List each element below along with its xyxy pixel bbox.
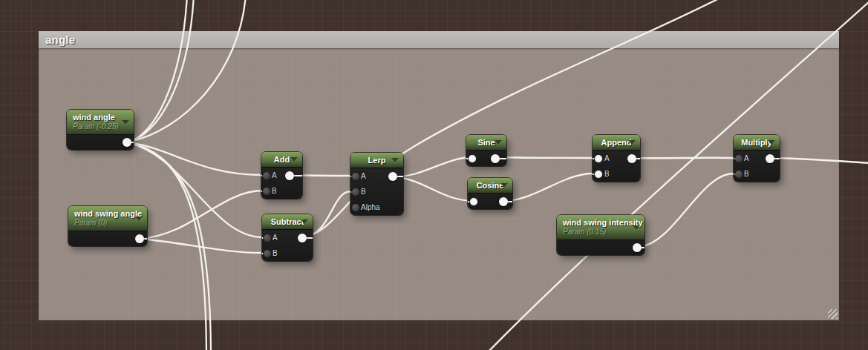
node-title: wind angle [73,113,115,122]
input-pin-b[interactable] [595,171,602,178]
chevron-down-icon[interactable] [768,140,775,145]
input-pin-b[interactable] [352,188,359,196]
output-pin[interactable] [491,154,500,163]
input-pin-b[interactable] [735,171,743,178]
node-wind-swing-intensity[interactable]: wind swing intensity Param (0.15) [557,215,645,255]
node-title: Lerp [368,156,386,165]
node-title: Sine [477,138,495,148]
node-title: Subtract [271,217,304,227]
comment-resize-handle[interactable] [828,309,838,319]
input-pin[interactable] [470,198,477,205]
input-pin-a[interactable] [352,173,359,180]
node-title: Add [274,155,290,165]
pin-row-a: A [593,151,640,166]
input-pin[interactable] [469,155,476,162]
input-pin-a[interactable] [735,155,743,162]
output-pin[interactable] [627,154,636,163]
comment-body [39,48,839,320]
node-param-value: Param (0) [74,219,107,228]
node-param-value: Param (0.15) [563,228,606,237]
input-pin-b[interactable] [264,250,271,257]
node-subtract[interactable]: Subtract A B [262,214,313,261]
output-pin[interactable] [298,234,307,242]
node-title: wind swing intensity [563,218,643,228]
output-pin[interactable] [123,138,131,147]
pin-row-alpha: Alpha [350,199,403,215]
output-pin[interactable] [633,243,642,252]
output-pin[interactable] [135,234,144,243]
chevron-down-icon[interactable] [301,219,308,224]
output-pin[interactable] [766,154,774,163]
input-pin-b[interactable] [263,188,270,195]
pin-row-b: B [734,166,780,182]
node-title: wind swing angle [74,209,142,219]
node-wind-angle[interactable]: wind angle Param (-0.25) [67,110,134,150]
node-multiply[interactable]: Multiply A B [734,135,780,182]
chevron-down-icon[interactable] [495,140,502,145]
pin-row-b: B [262,245,313,261]
node-title: Append [601,138,632,148]
chevron-down-icon[interactable] [122,120,129,125]
pin-row-a: A [261,168,302,183]
node-title: Cosine [477,181,504,191]
input-pin-a[interactable] [595,155,602,162]
input-pin-alpha[interactable] [352,204,359,211]
pin-row-a: A [350,168,403,184]
pin-row-b: B [593,166,640,182]
node-cosine[interactable]: Cosine [468,178,512,209]
chevron-down-icon[interactable] [633,225,640,230]
node-lerp[interactable]: Lerp A B Alpha [350,153,403,215]
output-pin[interactable] [499,197,508,206]
comment-box-angle: angle [39,31,839,320]
pin-row [468,194,512,209]
pin-row-a: A [262,230,313,245]
node-sine[interactable]: Sine [466,135,506,166]
material-graph-canvas[interactable]: angle [0,0,868,350]
node-append[interactable]: Append A B [593,135,640,182]
chevron-down-icon[interactable] [135,217,143,221]
output-pin[interactable] [388,172,397,181]
chevron-down-icon[interactable] [391,158,399,162]
pin-row [466,151,506,166]
output-pin[interactable] [285,171,294,180]
chevron-down-icon[interactable] [628,140,636,145]
input-pin-a[interactable] [264,234,271,242]
comment-header[interactable]: angle [39,31,839,48]
comment-title: angle [39,33,75,46]
pin-row-b: B [261,183,302,199]
pin-row-b: B [350,184,403,199]
node-param-value: Param (-0.25) [73,122,119,131]
node-add[interactable]: Add A B [261,152,302,199]
input-pin-a[interactable] [263,172,270,179]
pin-row-a: A [734,151,780,166]
node-wind-swing-angle[interactable]: wind swing angle Param (0) [68,206,147,246]
chevron-down-icon[interactable] [500,183,508,188]
chevron-down-icon[interactable] [290,157,298,162]
